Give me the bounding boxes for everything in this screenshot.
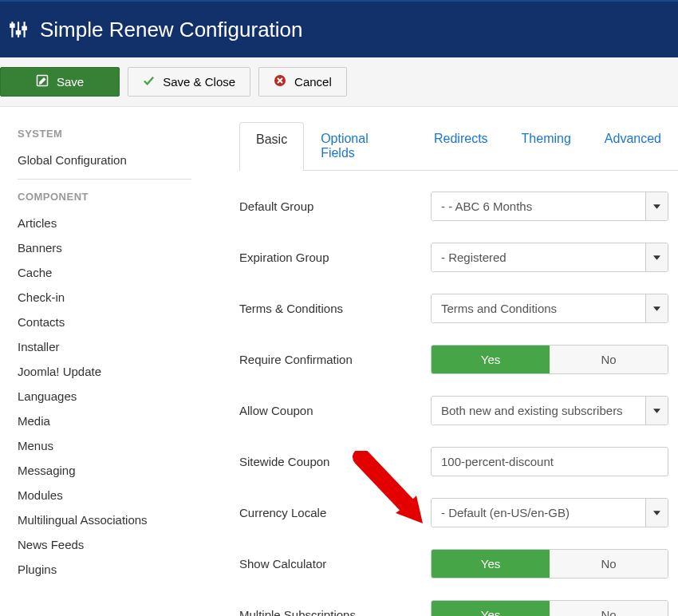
field-label-defaultGroup: Default Group — [239, 199, 431, 213]
sidebar-item-news-feeds[interactable]: News Feeds — [18, 532, 207, 557]
select-value-defaultGroup: - - ABC 6 Months — [432, 192, 645, 220]
cancel-icon — [274, 74, 286, 89]
select-expirationGroup[interactable]: - Registered — [431, 243, 668, 272]
sidebar-item-joomla-update[interactable]: Joomla! Update — [18, 359, 207, 384]
sidebar-item-banners[interactable]: Banners — [18, 235, 207, 260]
toggle-no-requireConfirmation[interactable]: No — [550, 346, 668, 373]
select-termsConditions[interactable]: Terms and Conditions — [431, 294, 668, 323]
sidebar-item-messaging[interactable]: Messaging — [18, 458, 207, 483]
select-value-termsConditions: Terms and Conditions — [432, 294, 645, 322]
pencil-icon — [36, 74, 49, 89]
field-row-requireConfirmation: Require ConfirmationYesNo — [239, 345, 678, 374]
sidebar-item-cache[interactable]: Cache — [18, 260, 207, 285]
toggle-yes-showCalculator[interactable]: Yes — [432, 550, 550, 578]
toggle-multipleSubs: YesNo — [431, 600, 668, 616]
tab-theming[interactable]: Theming — [505, 121, 588, 170]
input-sitewideCoupon[interactable] — [431, 447, 668, 476]
save-button[interactable]: Save — [0, 67, 120, 97]
select-allowCoupon[interactable]: Both new and existing subscribers — [431, 396, 668, 425]
field-label-sitewideCoupon: Sitewide Coupon — [239, 455, 431, 468]
select-currencyLocale[interactable]: - Default (en-US/en-GB) — [431, 498, 668, 527]
save-close-button[interactable]: Save & Close — [128, 67, 250, 97]
svg-rect-5 — [22, 27, 26, 30]
field-row-showCalculator: Show CalculatorYesNo — [239, 549, 678, 578]
field-label-multipleSubs: Multiple Subscriptions — [239, 608, 431, 616]
svg-rect-4 — [17, 31, 20, 34]
tab-advanced[interactable]: Advanced — [588, 121, 678, 170]
sidebar: SYSTEM Global Configuration COMPONENT Ar… — [18, 121, 207, 616]
field-label-allowCoupon: Allow Coupon — [239, 404, 431, 417]
sidebar-item-global-configuration[interactable]: Global Configuration — [18, 148, 207, 172]
equalizer-icon — [8, 19, 29, 40]
field-label-expirationGroup: Expiration Group — [239, 251, 431, 264]
toggle-no-multipleSubs[interactable]: No — [550, 601, 668, 616]
toggle-yes-requireConfirmation[interactable]: Yes — [432, 346, 550, 373]
sidebar-heading-component: COMPONENT — [18, 191, 207, 203]
chevron-down-icon[interactable] — [645, 243, 668, 271]
main-content: BasicOptional FieldsRedirectsThemingAdva… — [207, 121, 678, 616]
chevron-down-icon[interactable] — [645, 192, 668, 220]
select-value-allowCoupon: Both new and existing subscribers — [432, 397, 645, 424]
field-label-termsConditions: Terms & Conditions — [239, 302, 431, 315]
toggle-showCalculator: YesNo — [431, 549, 668, 578]
tab-basic[interactable]: Basic — [239, 122, 304, 171]
save-close-label: Save & Close — [163, 75, 235, 89]
tabs: BasicOptional FieldsRedirectsThemingAdva… — [239, 121, 678, 171]
field-label-showCalculator: Show Calculator — [239, 557, 431, 571]
page-header: Simple Renew Configuration — [0, 0, 678, 57]
tab-redirects[interactable]: Redirects — [417, 121, 505, 170]
field-label-currencyLocale: Currency Locale — [239, 506, 431, 519]
cancel-label: Cancel — [294, 75, 332, 89]
chevron-down-icon[interactable] — [645, 397, 668, 424]
select-defaultGroup[interactable]: - - ABC 6 Months — [431, 192, 668, 221]
tab-optional-fields[interactable]: Optional Fields — [304, 121, 417, 170]
divider — [18, 179, 191, 180]
cancel-button[interactable]: Cancel — [258, 67, 347, 97]
sidebar-item-articles[interactable]: Articles — [18, 211, 207, 235]
sidebar-item-multilingual-associations[interactable]: Multilingual Associations — [18, 507, 207, 532]
toolbar: Save Save & Close Cancel — [0, 57, 678, 107]
select-value-expirationGroup: - Registered — [432, 243, 645, 271]
field-row-currencyLocale: Currency Locale- Default (en-US/en-GB) — [239, 498, 678, 527]
page-title: Simple Renew Configuration — [40, 18, 303, 42]
sidebar-item-modules[interactable]: Modules — [18, 483, 207, 507]
field-label-requireConfirmation: Require Confirmation — [239, 353, 431, 366]
field-row-sitewideCoupon: Sitewide Coupon — [239, 447, 678, 476]
toggle-yes-multipleSubs[interactable]: Yes — [432, 601, 550, 616]
sidebar-item-check-in[interactable]: Check-in — [18, 285, 207, 310]
toggle-no-showCalculator[interactable]: No — [550, 550, 668, 578]
chevron-down-icon[interactable] — [645, 294, 668, 322]
field-row-multipleSubs: Multiple SubscriptionsYesNo — [239, 600, 678, 616]
check-icon — [143, 75, 155, 89]
field-row-defaultGroup: Default Group- - ABC 6 Months — [239, 192, 678, 221]
sidebar-item-media[interactable]: Media — [18, 409, 207, 433]
save-label: Save — [57, 75, 84, 89]
select-value-currencyLocale: - Default (en-US/en-GB) — [432, 499, 645, 527]
sidebar-item-languages[interactable]: Languages — [18, 384, 207, 409]
field-row-allowCoupon: Allow CouponBoth new and existing subscr… — [239, 396, 678, 425]
chevron-down-icon[interactable] — [645, 499, 668, 527]
sidebar-item-menus[interactable]: Menus — [18, 433, 207, 458]
field-row-termsConditions: Terms & ConditionsTerms and Conditions — [239, 294, 678, 323]
sidebar-heading-system: SYSTEM — [18, 128, 207, 140]
sidebar-item-installer[interactable]: Installer — [18, 334, 207, 359]
field-row-expirationGroup: Expiration Group- Registered — [239, 243, 678, 272]
sidebar-item-plugins[interactable]: Plugins — [18, 557, 207, 582]
sidebar-item-contacts[interactable]: Contacts — [18, 310, 207, 334]
toggle-requireConfirmation: YesNo — [431, 345, 668, 374]
svg-rect-3 — [10, 25, 14, 27]
